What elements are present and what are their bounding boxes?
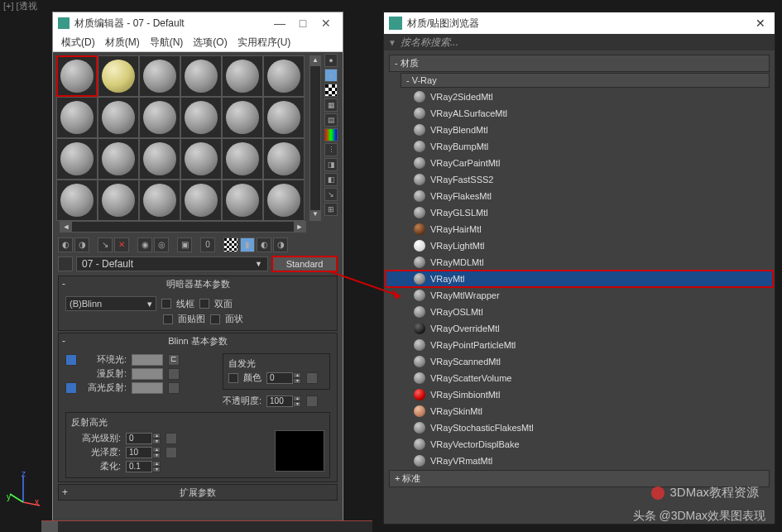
menu-nav[interactable]: 导航(N) bbox=[150, 36, 184, 50]
go-parent-icon[interactable]: ◐ bbox=[257, 237, 271, 252]
menu-util[interactable]: 实用程序(U) bbox=[237, 36, 291, 50]
browser-titlebar[interactable]: 材质/贴图浏览器 ✕ bbox=[384, 12, 775, 34]
video-check-icon[interactable]: ▤ bbox=[324, 113, 338, 127]
show-end-result-icon[interactable]: ▮ bbox=[240, 237, 255, 252]
background-icon[interactable] bbox=[324, 84, 338, 97]
sample-slot-3[interactable] bbox=[180, 55, 222, 97]
ambient-lock-icon[interactable] bbox=[65, 354, 77, 366]
material-item-vraylightmtl[interactable]: VRayLightMtl bbox=[386, 237, 773, 254]
close-button[interactable]: ✕ bbox=[314, 17, 338, 30]
sample-slot-7[interactable] bbox=[98, 97, 139, 138]
sample-uv-icon[interactable]: ▦ bbox=[324, 98, 338, 112]
material-item-vrayskinmtl[interactable]: VRaySkinMtl bbox=[386, 403, 773, 419]
select-by-mat-icon[interactable]: ◨ bbox=[324, 158, 338, 171]
sample-slot-11[interactable] bbox=[263, 97, 305, 138]
soften-value[interactable]: 0.1 bbox=[126, 461, 152, 472]
sample-slot-23[interactable] bbox=[263, 180, 305, 221]
material-name-dropdown[interactable]: 07 - Default ▼ bbox=[76, 256, 268, 271]
sample-slot-14[interactable] bbox=[139, 138, 180, 180]
menu-material[interactable]: 材质(M) bbox=[105, 36, 140, 50]
map-button[interactable] bbox=[166, 433, 177, 444]
assign-icon[interactable]: ↘ bbox=[98, 237, 113, 252]
map-button[interactable] bbox=[168, 368, 180, 380]
wireframe-checkbox[interactable] bbox=[161, 299, 171, 309]
options-icon[interactable]: ⋮ bbox=[324, 143, 338, 156]
material-type-button[interactable]: Standard bbox=[271, 256, 338, 272]
gloss-spinner[interactable]: 10 ▴▾ bbox=[126, 447, 161, 458]
mat-id-icon[interactable]: 0 bbox=[200, 237, 215, 252]
material-item-vraysimbiontmtl[interactable]: VRaySimbiontMtl bbox=[386, 386, 773, 403]
self-illum-spinner[interactable]: 0 ▴▾ bbox=[266, 372, 301, 384]
faceted-checkbox[interactable] bbox=[210, 314, 220, 324]
category-materials[interactable]: - 材质 bbox=[389, 55, 770, 72]
ambient-swatch[interactable] bbox=[132, 354, 163, 366]
material-item-vrayblendmtl[interactable]: VRayBlendMtl bbox=[386, 122, 773, 138]
self-illum-color-checkbox[interactable] bbox=[228, 373, 238, 383]
show-in-vp-icon[interactable] bbox=[223, 237, 238, 252]
rollout-toggle[interactable]: - bbox=[62, 278, 65, 290]
sample-slot-20[interactable] bbox=[139, 180, 180, 221]
material-item-vraymtlwrapper[interactable]: VRayMtlWrapper bbox=[386, 287, 773, 304]
sample-slot-15[interactable] bbox=[180, 138, 222, 180]
material-item-vraymtl[interactable]: VRayMtl bbox=[386, 271, 773, 287]
sample-slot-21[interactable] bbox=[180, 180, 222, 221]
sample-slot-13[interactable] bbox=[98, 138, 139, 180]
material-item-vrayoverridemtl[interactable]: VRayOverrideMtl bbox=[386, 320, 773, 337]
map-button[interactable] bbox=[306, 372, 318, 384]
material-item-vrayhairmtl[interactable]: VRayHairMtl bbox=[386, 221, 773, 237]
sample-slot-0[interactable] bbox=[56, 55, 98, 97]
search-input[interactable]: 按名称搜索... bbox=[401, 36, 775, 50]
menu-mode[interactable]: 模式(D) bbox=[61, 36, 95, 50]
spec-level-value[interactable]: 0 bbox=[126, 433, 152, 444]
mat-map-nav-icon[interactable]: ◧ bbox=[324, 173, 338, 186]
maximize-button[interactable]: □ bbox=[291, 17, 314, 30]
sample-slot-2[interactable] bbox=[139, 55, 180, 97]
specular-swatch[interactable] bbox=[132, 382, 163, 394]
sample-slot-4[interactable] bbox=[222, 55, 263, 97]
sample-vscroll[interactable]: ▲▼ bbox=[309, 55, 321, 221]
go-forward-icon[interactable]: ◑ bbox=[273, 237, 288, 252]
material-item-vrayoslmtl[interactable]: VRayOSLMtl bbox=[386, 304, 773, 320]
close-button[interactable]: ✕ bbox=[751, 17, 770, 30]
sample-slot-8[interactable] bbox=[139, 97, 180, 138]
map-button[interactable] bbox=[166, 447, 177, 458]
sample-slot-1[interactable] bbox=[98, 55, 139, 97]
make-copy-icon[interactable]: ◉ bbox=[137, 237, 152, 252]
map-button[interactable] bbox=[168, 382, 180, 394]
rollout-toggle[interactable]: - bbox=[62, 335, 65, 347]
sample-type-icon[interactable]: ● bbox=[324, 54, 338, 67]
menu-options[interactable]: 选项(O) bbox=[193, 36, 227, 50]
diffuse-swatch[interactable] bbox=[132, 368, 163, 380]
backlight-icon[interactable]: ○ bbox=[324, 69, 338, 82]
material-item-vrayalsurfacemtl[interactable]: VRayALSurfaceMtl bbox=[386, 105, 773, 122]
material-item-vraymdlmtl[interactable]: VRayMDLMtl bbox=[386, 254, 773, 271]
put-to-lib-icon[interactable]: ▣ bbox=[177, 237, 192, 252]
material-item-vrayglslmtl[interactable]: VRayGLSLMtl bbox=[386, 204, 773, 221]
self-illum-value[interactable]: 0 bbox=[266, 372, 293, 384]
mat-editor-titlebar[interactable]: 材质编辑器 - 07 - Default — □ ✕ bbox=[53, 12, 343, 34]
make-unique-icon[interactable]: ◎ bbox=[154, 237, 169, 252]
material-item-vrayflakesmtl[interactable]: VRayFlakesMtl bbox=[386, 188, 773, 204]
material-item-vrayfastsss2[interactable]: VRayFastSSS2 bbox=[386, 171, 773, 188]
sample-slot-6[interactable] bbox=[56, 97, 98, 138]
material-item-vraypointparticlemtl[interactable]: VRayPointParticleMtl bbox=[386, 337, 773, 353]
sample-slot-9[interactable] bbox=[180, 97, 222, 138]
sample-slot-19[interactable] bbox=[98, 180, 139, 221]
search-options-icon[interactable]: ▼ bbox=[384, 38, 401, 47]
material-item-vrayvectordisplbake[interactable]: VRayVectorDisplBake bbox=[386, 436, 773, 453]
sample-slot-16[interactable] bbox=[222, 138, 263, 180]
tool-icon[interactable]: ↘ bbox=[324, 188, 338, 201]
rollout-toggle[interactable]: + bbox=[62, 486, 68, 498]
material-item-vrayvrmatmtl[interactable]: VRayVRmatMtl bbox=[386, 453, 773, 469]
tool-icon-2[interactable]: ⊞ bbox=[324, 203, 338, 216]
sample-slot-5[interactable] bbox=[263, 55, 305, 97]
soften-spinner[interactable]: 0.1 ▴▾ bbox=[126, 461, 161, 472]
get-material-icon[interactable]: ◐ bbox=[58, 237, 73, 252]
specular-lock-icon[interactable] bbox=[65, 382, 77, 394]
gloss-value[interactable]: 10 bbox=[126, 447, 152, 458]
put-to-scene-icon[interactable]: ◑ bbox=[74, 237, 89, 252]
pick-material-icon[interactable] bbox=[58, 256, 73, 271]
spec-level-spinner[interactable]: 0 ▴▾ bbox=[126, 433, 161, 444]
material-item-vraybumpmtl[interactable]: VRayBumpMtl bbox=[386, 138, 773, 155]
sample-slot-12[interactable] bbox=[56, 138, 98, 180]
